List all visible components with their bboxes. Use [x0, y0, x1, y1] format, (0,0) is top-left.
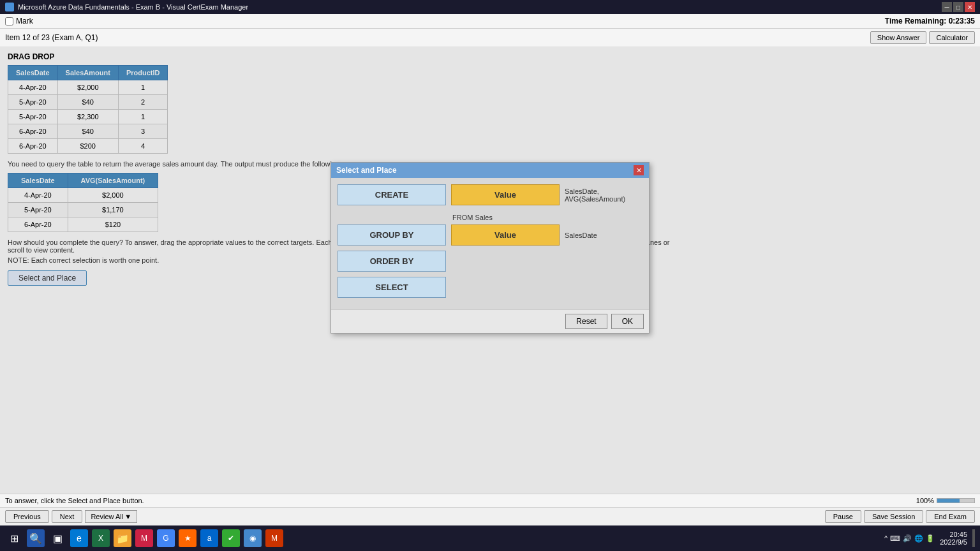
row1-right: Value SalesDate,AVG(SalesAmount) [451, 184, 642, 205]
pause-btn[interactable]: Pause [825, 510, 861, 523]
modal-row-4: SELECT [338, 277, 642, 298]
modal-title-bar: Select and Place ✕ [331, 163, 649, 178]
modal-footer: Reset OK [331, 309, 649, 333]
modal-title: Select and Place [336, 166, 397, 175]
battery-icon: 🔋 [926, 534, 935, 543]
select-place-modal: Select and Place ✕ CREATE Value SalesDat… [330, 162, 650, 334]
nav-right: Pause Save Session End Exam [825, 510, 975, 523]
top-buttons: Show Answer Calculator [870, 31, 975, 44]
search-icon[interactable]: 🔍 [27, 529, 45, 547]
mark-checkbox[interactable]: Mark [5, 17, 33, 26]
sys-tray-arrow: ^ [884, 534, 887, 542]
group-by-keyword-btn[interactable]: GROUP BY [338, 224, 446, 246]
minimize-btn[interactable]: ─ [942, 2, 952, 12]
main-content: DRAG DROP SalesDate SalesAmount ProductI… [0, 47, 980, 494]
clock-date: 2022/9/5 [940, 538, 967, 546]
title-bar-text: Microsoft Azure Data Fundamentals - Exam… [18, 3, 248, 11]
zoom-fill [937, 499, 960, 503]
windows-taskbar: ⊞ 🔍 ▣ e X 📁 M G ★ a ✔ ◉ M ^ ⌨ 🔊 🌐 🔋 20:4… [0, 525, 980, 551]
zoom-value: 100% [916, 497, 934, 504]
dropdown-arrow-icon: ▼ [124, 513, 131, 520]
zoom-area: 100% [916, 497, 975, 504]
from-sales-row: FROM Sales [338, 210, 642, 224]
reset-btn[interactable]: Reset [565, 314, 607, 329]
taskbar-clock: 20:45 2022/9/5 [940, 531, 967, 546]
zoom-bar [937, 498, 975, 503]
files-icon[interactable]: 📁 [114, 529, 131, 547]
keyboard-icon: ⌨ [890, 534, 900, 543]
vcm-icon[interactable]: M [265, 529, 283, 547]
nav-left: Previous Next Review All ▼ [5, 510, 137, 523]
modal-body: CREATE Value SalesDate,AVG(SalesAmount) … [331, 178, 649, 309]
app1-icon[interactable]: M [135, 529, 153, 547]
item-info: Item 12 of 23 (Exam A, Q1) [5, 33, 98, 42]
toolbar: Mark Time Remaining: 0:23:35 [0, 14, 980, 29]
app-icon [5, 3, 14, 11]
time-remaining: Time Remaining: 0:23:35 [885, 17, 975, 26]
show-answer-btn[interactable]: Show Answer [870, 31, 927, 44]
chrome-icon[interactable]: G [157, 529, 175, 547]
network-icon: 🌐 [914, 534, 923, 543]
value-btn-1[interactable]: Value [451, 184, 560, 205]
speaker-icon: 🔊 [903, 534, 912, 543]
clock-time: 20:45 [940, 531, 967, 538]
mark-label: Mark [16, 17, 33, 26]
row2-right: Value SalesDate [451, 224, 642, 246]
sys-tray: ^ ⌨ 🔊 🌐 🔋 [884, 534, 935, 543]
close-btn[interactable]: ✕ [965, 2, 975, 12]
title-bar: Microsoft Azure Data Fundamentals - Exam… [0, 0, 980, 14]
window-controls: ─ □ ✕ [942, 2, 975, 12]
status-text: To answer, click the Select and Place bu… [5, 497, 144, 504]
row2-label: SalesDate [565, 231, 597, 239]
review-all-btn[interactable]: Review All ▼ [85, 510, 137, 523]
modal-close-btn[interactable]: ✕ [634, 165, 644, 175]
select-keyword-btn[interactable]: SELECT [338, 277, 446, 298]
app4-icon[interactable]: ✔ [222, 529, 240, 547]
app5-icon[interactable]: ◉ [244, 529, 262, 547]
from-sales-text: FROM Sales [452, 214, 493, 221]
mark-input[interactable] [5, 17, 13, 26]
maximize-btn[interactable]: □ [953, 2, 963, 12]
excel-icon[interactable]: X [92, 529, 110, 547]
save-session-btn[interactable]: Save Session [864, 510, 923, 523]
taskbar-right: ^ ⌨ 🔊 🌐 🔋 20:45 2022/9/5 [884, 529, 975, 547]
modal-row-3: ORDER BY [338, 251, 642, 272]
taskbar-left: ⊞ 🔍 ▣ e X 📁 M G ★ a ✔ ◉ M [5, 529, 283, 547]
value-btn-2[interactable]: Value [451, 224, 560, 246]
top-bar: Item 12 of 23 (Exam A, Q1) Show Answer C… [0, 29, 980, 47]
app3-icon[interactable]: a [200, 529, 218, 547]
order-by-keyword-btn[interactable]: ORDER BY [338, 251, 446, 272]
calculator-btn[interactable]: Calculator [929, 31, 975, 44]
task-view-icon[interactable]: ▣ [48, 529, 66, 547]
create-keyword-btn[interactable]: CREATE [338, 184, 446, 205]
ok-btn[interactable]: OK [611, 314, 644, 329]
show-desktop-btn[interactable] [972, 529, 975, 547]
status-bar: To answer, click the Select and Place bu… [0, 494, 980, 507]
start-icon[interactable]: ⊞ [5, 529, 23, 547]
modal-row-2: GROUP BY Value SalesDate [338, 224, 642, 246]
end-exam-btn[interactable]: End Exam [926, 510, 975, 523]
modal-overlay: Select and Place ✕ CREATE Value SalesDat… [0, 47, 980, 494]
modal-row-1: CREATE Value SalesDate,AVG(SalesAmount) [338, 184, 642, 205]
previous-btn[interactable]: Previous [5, 510, 49, 523]
nav-bar: Previous Next Review All ▼ Pause Save Se… [0, 507, 980, 525]
app2-icon[interactable]: ★ [179, 529, 197, 547]
row1-label: SalesDate,AVG(SalesAmount) [565, 187, 625, 203]
edge-icon[interactable]: e [70, 529, 88, 547]
next-btn[interactable]: Next [52, 510, 83, 523]
